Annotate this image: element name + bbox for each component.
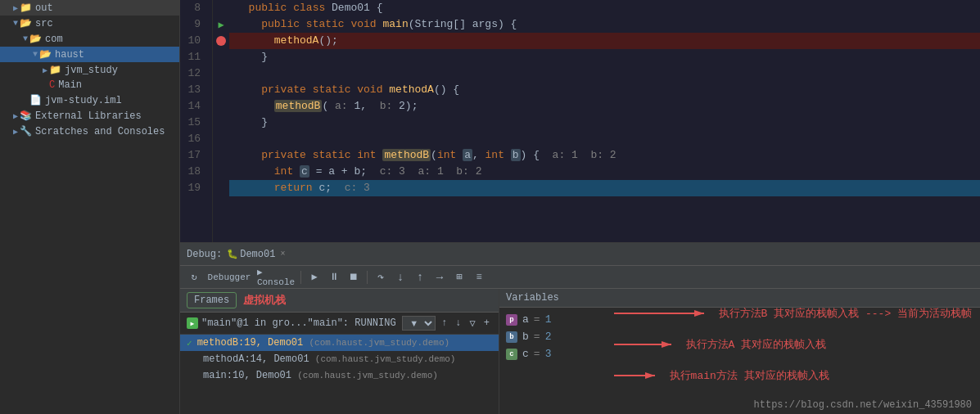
code-line-16 [229, 131, 980, 147]
frame-item-1[interactable]: methodA:14, Demo01 (com.haust.jvm_study.… [180, 351, 499, 367]
frames-nav-down[interactable]: ↓ [453, 317, 463, 329]
run-to-cursor-button[interactable]: → [431, 268, 449, 286]
class-icon: C [49, 79, 55, 91]
line-num-17: 17 [180, 147, 205, 164]
sep1 [300, 271, 301, 284]
bp-14 [213, 98, 229, 115]
frames-header: Frames 虚拟机栈 [180, 289, 499, 313]
sidebar-item-jvm-study[interactable]: ▶ 📁 jvm_study [0, 62, 179, 78]
var-icon-b: b [506, 331, 517, 343]
code-line-9: public static void main(String[] args) { [229, 16, 980, 33]
line-num-11: 11 [180, 49, 205, 65]
sidebar-item-iml[interactable]: ▶ 📄 jvm-study.iml [0, 92, 179, 108]
rerun-button[interactable]: ↻ [185, 268, 203, 286]
bp-19 [213, 180, 229, 196]
var-value-c: 3 [545, 348, 552, 360]
sidebar-item-out[interactable]: ▶ 📁 out [0, 0, 179, 16]
sidebar: ▶ 📁 out ▼ 📂 src ▼ 📂 com ▼ 📂 haust ▶ 📁 jv… [0, 0, 180, 414]
sidebar-label: Scratches and Consoles [35, 126, 165, 137]
main-area: ▶ 📁 out ▼ 📂 src ▼ 📂 com ▼ 📂 haust ▶ 📁 jv… [0, 0, 980, 414]
pause-button[interactable]: ⏸ [325, 268, 343, 286]
frames-label: Frames [194, 295, 229, 306]
bp-15 [213, 115, 229, 131]
bp-11 [213, 49, 229, 65]
sidebar-item-com[interactable]: ▼ 📂 com [0, 31, 179, 47]
debug-tab-demo01[interactable]: 🐛 Demo01 × [227, 249, 285, 260]
thread-badge: ▶ [187, 317, 198, 329]
var-item-b[interactable]: b b = 2 [499, 328, 980, 345]
frame-item-0[interactable]: ✓ methodB:19, Demo01 (com.haust.jvm_stud… [180, 335, 499, 351]
code-line-8: public class Demo01 { [229, 0, 980, 16]
var-item-c[interactable]: c c = 3 [499, 345, 980, 362]
sidebar-label: jvm-study.iml [45, 95, 122, 106]
arrow-icon: ▶ [13, 111, 18, 121]
var-item-a[interactable]: p a = 1 [499, 311, 980, 328]
variables-panel: Variables p a = 1 b b = 2 [499, 289, 980, 414]
folder-icon: 📂 [39, 48, 52, 61]
sidebar-item-main[interactable]: ▶ C Main [0, 78, 179, 92]
code-line-14: methodB( a: 1, b: 2); [229, 98, 980, 115]
frame-item-2[interactable]: main:10, Demo01 (com.haust.jvm_study.dem… [180, 367, 499, 384]
debug-panel: Debug: 🐛 Demo01 × ↻ Debugger ▶ Console ▶… [180, 242, 980, 414]
resume-button[interactable]: ▶ [305, 268, 323, 286]
bp-8 [213, 0, 229, 16]
code-line-17: private static int methodB(int a, int b)… [229, 147, 980, 164]
line-num-18: 18 [180, 164, 205, 180]
sidebar-label: haust [55, 49, 84, 61]
sidebar-item-scratches[interactable]: ▶ 🔧 Scratches and Consoles [0, 124, 179, 139]
thread-select-dropdown[interactable]: ▼ [402, 316, 436, 331]
line-num-10: 10 [180, 33, 205, 49]
step-into-button[interactable]: ↓ [391, 268, 409, 286]
code-line-12 [229, 65, 980, 82]
bp-9: ▶ [213, 16, 229, 33]
var-name-c: c [522, 348, 529, 360]
console-tab[interactable]: ▶ Console [255, 268, 296, 286]
arrow-icon: ▶ [13, 3, 18, 13]
line-num-9: 9 [180, 16, 205, 33]
file-icon: 📄 [29, 94, 42, 106]
arrow-icon: ▼ [23, 34, 28, 43]
evaluate-button[interactable]: ⊞ [450, 268, 468, 286]
sidebar-item-haust[interactable]: ▼ 📂 haust [0, 47, 179, 62]
bp-12 [213, 65, 229, 82]
debug-title-bar: Debug: 🐛 Demo01 × [180, 243, 980, 266]
bp-13 [213, 82, 229, 98]
debug-tab-icon: 🐛 [227, 249, 238, 259]
frames-nav-up[interactable]: ↑ [439, 317, 449, 329]
frames-add[interactable]: + [481, 317, 492, 329]
debug-content: Frames 虚拟机栈 ▶ "main"@1 in gro..."main": … [180, 289, 980, 414]
code-line-10: methodA(); [229, 33, 980, 49]
debugger-tab[interactable]: Debugger [205, 268, 254, 286]
frames-tab[interactable]: Frames [187, 292, 237, 308]
folder-icon: 📁 [49, 64, 61, 76]
stop-button[interactable]: ⏹ [345, 268, 363, 286]
frame-active-icon: ✓ [187, 338, 192, 349]
bp-18 [213, 164, 229, 180]
url-text: https://blog.csdn.net/weixin_43591980 [754, 399, 972, 411]
frame-class-2: (com.haust.jvm_study.demo) [297, 371, 438, 380]
frames-list: ✓ methodB:19, Demo01 (com.haust.jvm_stud… [180, 335, 499, 414]
code-line-13: private static void methodA() { [229, 82, 980, 98]
close-tab-button[interactable]: × [280, 250, 285, 259]
debug-tab-label: Demo01 [240, 249, 275, 260]
code-container: 8 9 10 11 12 13 14 15 16 17 18 19 ▶ [180, 0, 980, 242]
step-out-button[interactable]: ↑ [411, 268, 429, 286]
variables-header-label: Variables [506, 292, 559, 304]
frame-method-2: main:10, Demo01 [203, 370, 297, 381]
editor-area: 8 9 10 11 12 13 14 15 16 17 18 19 ▶ [180, 0, 980, 414]
var-name-b: b [522, 331, 529, 343]
sidebar-item-src[interactable]: ▼ 📂 src [0, 16, 179, 31]
arrow-icon: ▼ [33, 50, 38, 59]
frames-filter[interactable]: ▽ [467, 317, 478, 330]
step-over-button[interactable]: ↷ [372, 268, 390, 286]
scratches-icon: 🔧 [20, 125, 32, 137]
sidebar-label: out [35, 2, 53, 14]
sidebar-item-external-libs[interactable]: ▶ 📚 External Libraries [0, 108, 179, 124]
debug-label: Debug: [187, 249, 222, 260]
line-num-12: 12 [180, 65, 205, 82]
settings-button[interactable]: ≡ [470, 268, 488, 286]
debug-toolbar: ↻ Debugger ▶ Console ▶ ⏸ ⏹ ↷ ↓ ↑ → ⊞ ≡ [180, 266, 980, 289]
code-line-19: return c; c: 3 [229, 180, 980, 196]
var-icon-c: c [506, 349, 517, 360]
frame-text-0: methodB:19, Demo01 (com.haust.jvm_study.… [197, 337, 449, 349]
